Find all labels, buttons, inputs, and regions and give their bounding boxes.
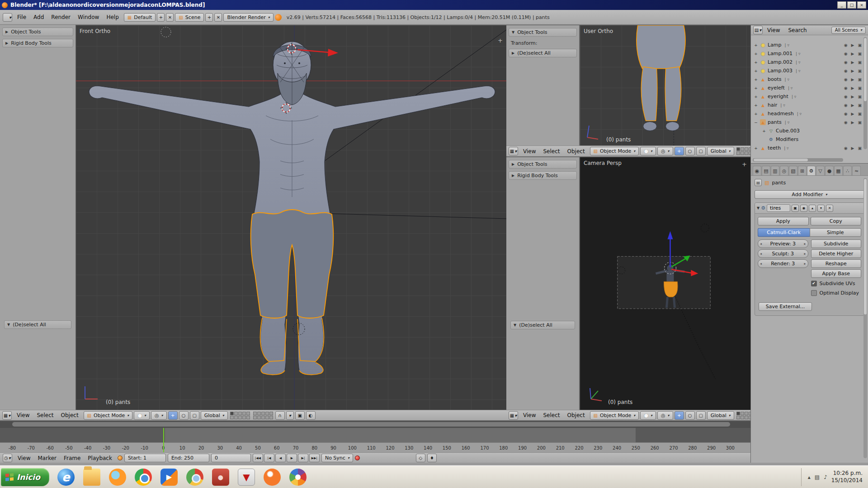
simple-button[interactable]: Simple	[810, 228, 862, 237]
modifier-close-button[interactable]: ✕	[826, 205, 833, 212]
manipulator-rotate-button[interactable]: ○	[179, 411, 189, 420]
visibility-eye-icon[interactable]: ◉	[844, 77, 848, 82]
panel-deselect-all[interactable]: ▼(De)select All	[4, 320, 71, 329]
manipulator-rotate-button[interactable]: ○	[685, 147, 695, 155]
layer-toggle-6[interactable]	[736, 151, 740, 155]
expand-toggle-icon[interactable]: +	[754, 146, 758, 150]
layer-toggle-7[interactable]	[741, 151, 744, 155]
renderable-camera-icon[interactable]: ▣	[858, 94, 862, 99]
pivot-center-dropdown[interactable]: ◎▾	[657, 147, 673, 155]
play-reverse-button[interactable]: ◀	[275, 454, 286, 462]
viewport-shading-dropdown[interactable]: ●▾	[640, 147, 656, 155]
layer-toggle-3[interactable]	[745, 412, 748, 415]
layers-widget[interactable]	[736, 147, 750, 155]
visibility-eye-icon[interactable]: ◉	[844, 60, 848, 65]
outliner-display-dropdown[interactable]: All Scenes▾	[831, 27, 866, 34]
layers-widget[interactable]	[736, 412, 750, 419]
layer-toggle-2[interactable]	[741, 412, 744, 415]
visibility-eye-icon[interactable]: ◉	[844, 146, 848, 150]
current-frame-playhead[interactable]	[163, 428, 164, 452]
apply-button[interactable]: Apply	[758, 217, 809, 225]
renderable-camera-icon[interactable]: ▣	[858, 120, 862, 125]
editor-type-timeline-button[interactable]: ◷▾	[3, 454, 12, 462]
close-button[interactable]: ×	[857, 1, 866, 9]
view-menu-object[interactable]: Object	[57, 411, 82, 419]
properties-scrollbar[interactable]	[863, 178, 867, 458]
layer-toggle-10[interactable]	[246, 416, 250, 419]
selectable-arrow-icon[interactable]: ▶	[851, 60, 854, 65]
properties-tab-particles[interactable]	[843, 166, 852, 175]
opengl-render-anim-button[interactable]: ◐	[306, 411, 316, 420]
selectable-arrow-icon[interactable]: ▶	[851, 103, 854, 108]
modifier-render-toggle-icon[interactable]: ▣	[792, 205, 799, 212]
properties-tab-object[interactable]	[789, 166, 797, 175]
visibility-eye-icon[interactable]: ◉	[844, 120, 848, 125]
renderable-camera-icon[interactable]: ▣	[858, 52, 862, 56]
layer-toggle-1[interactable]	[736, 147, 740, 151]
selectable-arrow-icon[interactable]: ▶	[851, 94, 854, 99]
layer-toggle-2[interactable]	[257, 412, 261, 415]
layer-toggle-4[interactable]	[242, 412, 246, 415]
outliner-hscrollbar[interactable]	[753, 158, 843, 162]
layer-toggle-6[interactable]	[736, 416, 740, 419]
play-button[interactable]: ▶	[287, 454, 297, 462]
panel-rigid-body-tools[interactable]: ▶Rigid Body Tools	[2, 39, 73, 47]
selectable-arrow-icon[interactable]: ▶	[851, 146, 854, 150]
renderable-camera-icon[interactable]: ▣	[858, 103, 862, 108]
properties-tab-render-layers[interactable]	[762, 166, 770, 175]
outliner-menu-search[interactable]: Search	[784, 26, 810, 34]
properties-tab-physics[interactable]	[852, 166, 861, 175]
outliner-item-cube-003[interactable]: +Cube.003	[751, 127, 863, 135]
outliner-item-lamp-002[interactable]: +Lamp.002| ▿◉▶▣	[751, 58, 863, 66]
manipulator-translate-button[interactable]: +	[675, 411, 684, 420]
visibility-eye-icon[interactable]: ◉	[844, 112, 848, 116]
outliner-item-modifiers[interactable]: Modifiers	[751, 135, 863, 144]
visibility-eye-icon[interactable]: ◉	[844, 103, 848, 108]
current-frame-field[interactable]: 0	[211, 454, 251, 462]
view-menu-view[interactable]: View	[13, 411, 33, 419]
viewport-camera-persp[interactable]: Camera Persp + (0) pants	[580, 157, 750, 410]
pants-back-mesh[interactable]	[637, 25, 685, 69]
layer-toggle-10[interactable]	[269, 416, 273, 419]
hidden-icons-arrow[interactable]: ▴	[808, 474, 811, 480]
delete-scene-button[interactable]: ✕	[214, 13, 222, 22]
expand-toggle-icon[interactable]: +	[754, 52, 758, 56]
render-engine-dropdown[interactable]: Blender Render▾	[223, 13, 273, 22]
manipulator-scale-button[interactable]: ▢	[696, 147, 706, 155]
outliner-item-boots[interactable]: +boots| ▿◉▶▣	[751, 75, 863, 84]
outliner-item-eyeleft[interactable]: +eyeleft| ▿◉▶▣	[751, 84, 863, 92]
add-layout-button[interactable]: +	[157, 13, 165, 22]
jump-to-end-button[interactable]: ▶▶|	[309, 454, 320, 462]
jump-to-start-button[interactable]: |◀◀	[253, 454, 263, 462]
layer-toggle-1[interactable]	[253, 412, 257, 415]
menu-add[interactable]: Add	[30, 13, 47, 21]
timeline-ruler[interactable]: -80-70-60-50-40-30-20-100102030405060708…	[0, 442, 750, 452]
selectable-arrow-icon[interactable]: ▶	[851, 69, 854, 73]
panel-deselect-all[interactable]: ▼(De)select All	[510, 321, 575, 329]
scene-dropdown[interactable]: ▧Scene	[175, 13, 204, 22]
panel-object-tools[interactable]: ▶Object Tools	[2, 28, 73, 36]
timeline-menu-view[interactable]: View	[14, 454, 34, 462]
properties-tab-world[interactable]	[780, 166, 788, 175]
volume-icon[interactable]: ♪	[824, 474, 827, 480]
layer-toggle-9[interactable]	[242, 416, 246, 419]
layer-toggle-2[interactable]	[741, 147, 744, 151]
view-menu-select[interactable]: Select	[539, 411, 563, 419]
firefox-icon[interactable]	[109, 469, 126, 486]
chrome-icon[interactable]	[135, 469, 152, 486]
snap-element-dropdown[interactable]: ▾	[286, 411, 294, 420]
layer-toggle-8[interactable]	[238, 416, 242, 419]
editor-type-button[interactable]: ▦▾	[509, 147, 518, 155]
device-tray-icon[interactable]: ▤	[815, 474, 820, 480]
view-menu-select[interactable]: Select	[33, 411, 57, 419]
next-keyframe-button[interactable]: ▶|	[298, 454, 308, 462]
outliner-item-teeth[interactable]: +teeth| ▿◉▶▣	[751, 144, 863, 152]
layer-toggle-9[interactable]	[265, 416, 269, 419]
editor-type-outliner-button[interactable]: ▤▾	[753, 26, 763, 34]
preview-range-icon[interactable]	[118, 455, 123, 460]
properties-tab-texture[interactable]	[834, 166, 843, 175]
manipulator-rotate-button[interactable]: ○	[685, 411, 695, 420]
visibility-eye-icon[interactable]: ◉	[844, 52, 848, 56]
delete-layout-button[interactable]: ✕	[166, 13, 174, 22]
manipulator-translate-button[interactable]: +	[168, 411, 178, 420]
